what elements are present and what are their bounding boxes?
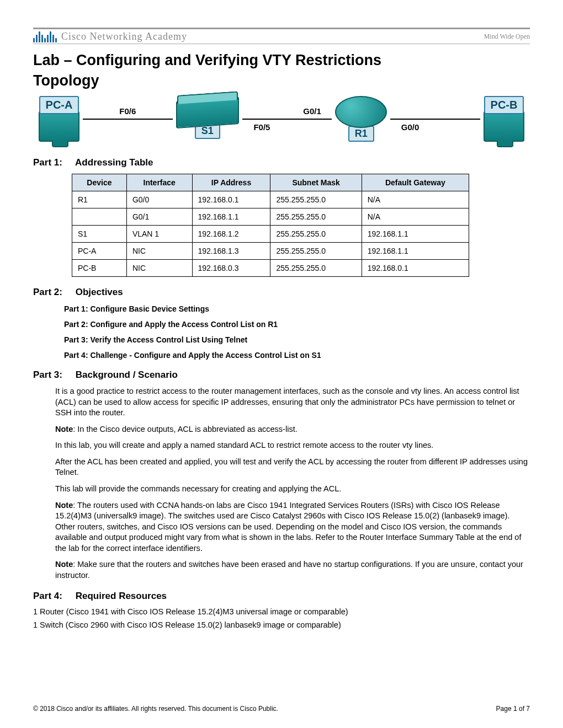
iface-g01: G0/1 (303, 106, 321, 116)
pc-a-label: PC-A (39, 96, 79, 114)
objective-item: Part 2: Configure and Apply the Access C… (64, 320, 530, 329)
th-gw: Default Gateway (362, 174, 469, 191)
cisco-logo: Cisco Networking Academy (33, 30, 187, 42)
paragraph: After the ACL has been created and appli… (55, 457, 530, 478)
iface-f06: F0/6 (119, 106, 136, 116)
link-pca-s1: F0/6 (83, 119, 173, 120)
pc-b-icon: PC-B (484, 96, 524, 142)
paragraph: Note: The routers used with CCNA hands-o… (55, 500, 530, 554)
part2-title: Objectives (76, 287, 123, 297)
link-r1-pcb: G0/0 (390, 119, 480, 120)
objective-item: Part 4: Challenge - Configure and Apply … (64, 351, 530, 360)
th-device: Device (72, 174, 127, 191)
part2-heading: Part 2: Objectives (33, 287, 530, 298)
top-rule (33, 28, 530, 29)
page-footer: © 2018 Cisco and/or its affiliates. All … (33, 705, 530, 713)
resource-item: 1 Switch (Cisco 2960 with Cisco IOS Rele… (33, 620, 530, 629)
pc-a-icon: PC-A (39, 96, 79, 142)
addressing-table: Device Interface IP Address Subnet Mask … (72, 174, 469, 277)
objective-item: Part 3: Verify the Access Control List U… (64, 335, 530, 344)
paragraph: Note: In the Cisco device outputs, ACL i… (55, 424, 530, 435)
objective-item: Part 1: Configure Basic Device Settings (64, 304, 530, 313)
document-title: Lab – Configuring and Verifying VTY Rest… (33, 52, 530, 69)
topology-heading: Topology (33, 72, 530, 89)
pc-b-label: PC-B (484, 96, 524, 114)
paragraph: It is a good practice to restrict access… (55, 386, 530, 419)
table-row: PC-BNIC192.168.0.3255.255.255.0192.168.0… (72, 260, 469, 277)
academy-text: Cisco Networking Academy (61, 31, 187, 42)
part4-title: Required Resources (76, 591, 167, 601)
th-interface: Interface (126, 174, 192, 191)
background-text: It is a good practice to restrict access… (55, 386, 530, 581)
page-header: Cisco Networking Academy Mind Wide Open (33, 30, 530, 44)
th-mask: Subnet Mask (270, 174, 362, 191)
part1-heading: Part 1: Addressing Table (33, 157, 530, 168)
iface-f05: F0/5 (253, 122, 270, 132)
page-number: Page 1 of 7 (496, 705, 530, 713)
table-row: PC-ANIC192.168.1.3255.255.255.0192.168.1… (72, 243, 469, 260)
table-row: G0/1192.168.1.1255.255.255.0N/A (72, 208, 469, 226)
link-s1-r1: G0/1 F0/5 (242, 119, 332, 120)
part1-label: Part 1: (33, 157, 73, 168)
th-ip: IP Address (192, 174, 270, 191)
paragraph: Note: Make sure that the routers and swi… (55, 559, 530, 581)
page: Cisco Networking Academy Mind Wide Open … (0, 0, 563, 728)
switch-s1-icon: S1 (176, 99, 239, 139)
resources-list: 1 Router (Cisco 1941 with Cisco IOS Rele… (33, 607, 530, 629)
part1-title: Addressing Table (75, 157, 153, 168)
part2-label: Part 2: (33, 287, 73, 298)
part3-title: Background / Scenario (76, 370, 178, 380)
router-r1-icon: R1 (335, 96, 387, 142)
iface-g00: G0/0 (401, 122, 419, 132)
tagline: Mind Wide Open (484, 33, 530, 41)
resource-item: 1 Router (Cisco 1941 with Cisco IOS Rele… (33, 607, 530, 616)
part4-label: Part 4: (33, 591, 73, 602)
part4-heading: Part 4: Required Resources (33, 591, 530, 602)
table-row: R1G0/0192.168.0.1255.255.255.0N/A (72, 191, 469, 208)
objectives-list: Part 1: Configure Basic Device Settings … (64, 304, 530, 360)
cisco-bars-icon (33, 30, 57, 42)
part3-label: Part 3: (33, 370, 73, 381)
topology-diagram: PC-A F0/6 S1 G0/1 F0/5 R1 G0/0 PC-B (33, 96, 530, 142)
copyright: © 2018 Cisco and/or its affiliates. All … (33, 705, 278, 713)
paragraph: In this lab, you will create and apply a… (55, 440, 530, 451)
paragraph: This lab will provide the commands neces… (55, 484, 530, 495)
part3-heading: Part 3: Background / Scenario (33, 370, 530, 381)
table-row: S1VLAN 1192.168.1.2255.255.255.0192.168.… (72, 226, 469, 243)
r1-label: R1 (348, 126, 374, 142)
